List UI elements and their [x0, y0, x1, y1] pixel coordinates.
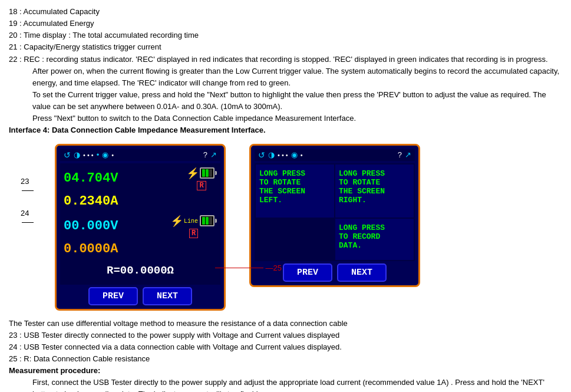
screen1: ↺ ◑ • • • • ◉ • ? ↗ 04.704V [55, 144, 226, 311]
line-18: 18 : Accumulated Capacity [9, 6, 562, 18]
desc-line-6: First, connect the USB Tester directly t… [32, 377, 562, 392]
battery-indicator2: ⚡ Line R [170, 215, 217, 238]
desc-line-5: Measurement procedure: [9, 365, 562, 377]
s2-circle-dot-icon: ◉ [291, 150, 298, 159]
screen2-top-bar: ↺ ◑ • • • ◉ • ? ↗ [255, 149, 415, 161]
desc-line-1: The Tester can use differential voltage … [9, 318, 562, 330]
rec-badge2: R [189, 229, 198, 238]
line-21: 21 : Capacity/Energy statistics trigger … [9, 41, 562, 53]
s2-arrow-icon: ↗ [405, 150, 411, 159]
circle-icon: ◑ [74, 150, 80, 159]
line-19: 19 : Accumulated Energy [9, 18, 562, 29]
annotation-24: 24 [21, 209, 37, 226]
resistance-display: R=00.0000Ω [64, 261, 217, 280]
screen2-cell1: LONG PRESS TO ROTATE THE SCREEN LEFT. [256, 164, 334, 218]
dot2-icon: • [111, 151, 114, 159]
interface4-heading: Interface 4: Data Connection Cable Imped… [9, 124, 562, 136]
screen1-content: 04.704V ⚡ R [60, 163, 220, 285]
next-button-1[interactable]: NEXT [143, 287, 192, 305]
next-button-2[interactable]: NEXT [337, 263, 387, 282]
line-20: 20 : Time display : The total accumulate… [9, 29, 562, 41]
desc-line-2: 23 : USB Tester directly connected to th… [9, 330, 562, 341]
screen2-grid: LONG PRESS TO ROTATE THE SCREEN LEFT. LO… [255, 163, 415, 261]
prev-button-1[interactable]: PREV [88, 287, 138, 305]
s2-question-icon: ? [398, 150, 402, 159]
desc-line-4: 25 : R: Data Connection Cable resistance [9, 353, 562, 365]
arrow-icon: ↗ [210, 150, 217, 159]
s2-rotate-icon: ↺ [258, 150, 265, 160]
current1-value: 0.2340A [64, 194, 118, 209]
annotation-25-label: —25 [266, 263, 282, 272]
question-icon: ? [203, 150, 207, 159]
prev-button-2[interactable]: PREV [283, 263, 332, 282]
s2-dot-icon: • [301, 151, 303, 159]
screen2-cell3: LONG PRESS TO RECORD DATA. [335, 219, 414, 260]
s2-circle-icon: ◑ [268, 150, 275, 159]
desc-line-3: 24 : USB Tester connected via a data con… [9, 341, 562, 353]
battery-indicator1: ⚡ R [186, 167, 217, 190]
line-22b: After power on, when the current flowing… [32, 65, 562, 89]
voltage2-value: 00.000V [64, 219, 118, 233]
circle-dot-icon: ◉ [102, 150, 108, 159]
rec-badge1: R [197, 181, 206, 190]
line-22a: 22 : REC : recording status indicator. '… [9, 54, 562, 65]
screen1-top-bar: ↺ ◑ • • • • ◉ • ? ↗ [60, 149, 220, 161]
voltage1-value: 04.704V [64, 171, 118, 186]
annotation-23: 23 [21, 177, 37, 195]
screen2-cell2: LONG PRESS TO ROTATE THE SCREEN RIGHT. [335, 164, 414, 218]
dots-icon: • • • [83, 151, 94, 159]
rotate-icon: ↺ [64, 150, 71, 160]
s2-dots-icon: • • • [278, 151, 288, 159]
dot-icon: • [97, 150, 100, 159]
annotation-25-line: —25 [215, 263, 282, 272]
line-22d: Press "Next" button to switch to the Dat… [32, 113, 562, 124]
screen2-cell3-empty [256, 219, 334, 260]
line-22c: To set the Current trigger value, press … [32, 89, 562, 113]
current2-value: 0.0000A [64, 242, 118, 256]
